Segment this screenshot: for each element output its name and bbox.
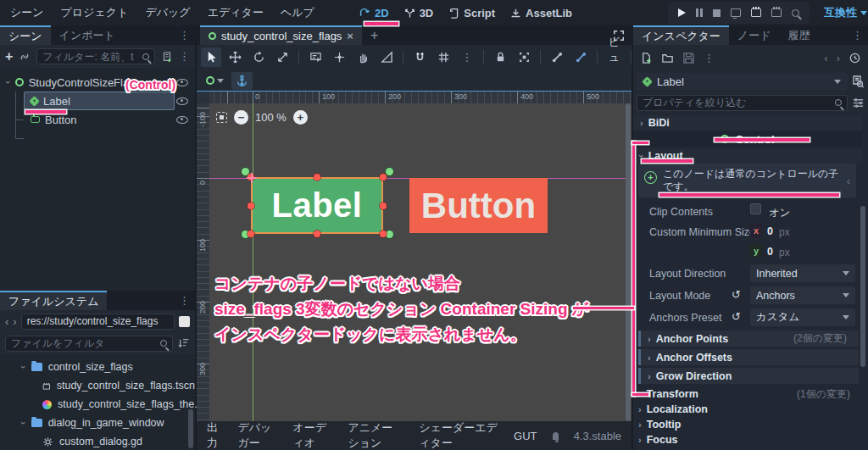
property-filter-input[interactable] <box>643 97 831 108</box>
collapse-hint-icon[interactable]: ‹ <box>847 175 850 187</box>
resize-handle[interactable] <box>248 203 254 209</box>
expand-chevron-icon[interactable]: › <box>19 365 29 369</box>
anchor-mode-button[interactable] <box>231 72 253 90</box>
workspace-3d-button[interactable]: 3D <box>404 7 434 19</box>
pivot-tool-button[interactable] <box>329 47 349 67</box>
folder-color-swatch[interactable] <box>179 316 190 327</box>
x-value-field[interactable]: 0 <box>767 225 773 237</box>
workspace-2d-button[interactable]: 2D <box>359 7 389 19</box>
attach-script-icon[interactable] <box>161 51 173 63</box>
bottom-tab-animation[interactable]: アニメーション <box>348 420 403 450</box>
resize-handle[interactable] <box>380 174 387 181</box>
load-resource-folder-icon[interactable] <box>661 52 674 64</box>
zoom-out-button[interactable]: − <box>234 110 248 125</box>
nav-forward-icon[interactable]: › <box>13 315 16 328</box>
fs-row-theme-file[interactable]: study_control_size_flags_the... <box>0 395 195 414</box>
open-docs-icon[interactable] <box>851 75 865 88</box>
expand-chevron-icon[interactable]: › <box>19 421 29 425</box>
select-tool-button[interactable] <box>201 47 221 67</box>
center-view-icon[interactable] <box>216 112 227 123</box>
filter-options-icon[interactable] <box>852 97 865 109</box>
layout-direction-dropdown[interactable]: Inherited <box>750 264 855 282</box>
skeleton-button[interactable] <box>547 47 567 67</box>
pivot-crosshair[interactable] <box>247 173 257 183</box>
move-tool-button[interactable] <box>225 47 245 67</box>
pause-button[interactable] <box>696 8 703 17</box>
renderer-selector[interactable]: 互換性 <box>824 0 867 25</box>
ruler-tool-button[interactable] <box>376 47 397 67</box>
new-scene-tab-button[interactable]: + <box>370 28 378 43</box>
section-bidi[interactable]: › BiDi <box>633 115 862 131</box>
edited-object-selector[interactable]: Label <box>637 73 848 91</box>
subsection-anchor-offsets[interactable]: › Anchor Offsets <box>638 349 859 365</box>
list-select-button[interactable] <box>305 47 326 67</box>
resize-handle[interactable] <box>380 231 387 237</box>
visibility-eye-icon[interactable] <box>176 116 188 124</box>
section-focus[interactable]: › Focus <box>633 432 862 447</box>
instance-scene-icon[interactable] <box>19 51 31 63</box>
lock-node-button[interactable] <box>490 47 510 67</box>
object-history-icon[interactable] <box>849 52 861 64</box>
add-node-button[interactable]: + <box>5 49 13 64</box>
tree-row-label[interactable]: Label <box>0 92 195 110</box>
section-transform[interactable]: › Transform (1個の変更) <box>633 386 862 402</box>
anchors-preset-dropdown[interactable]: カスタム <box>750 308 855 326</box>
inspector-scrollbar[interactable] <box>860 206 865 367</box>
scale-tool-button[interactable] <box>272 47 292 67</box>
rotate-tool-button[interactable] <box>248 47 269 67</box>
pan-tool-button[interactable] <box>353 47 373 67</box>
fs-row-script-file[interactable]: custom_dialog.gd <box>0 432 195 450</box>
tab-history[interactable]: 履歴 <box>779 25 818 45</box>
section-tooltip[interactable]: › Tooltip <box>633 417 862 432</box>
bottom-tab-audio[interactable]: オーディオ <box>292 420 332 450</box>
menu-help[interactable]: ヘルプ <box>281 5 314 20</box>
zoom-level-label[interactable]: 100 % <box>255 111 287 124</box>
smart-snap-button[interactable] <box>409 47 430 67</box>
resize-handle[interactable] <box>380 203 387 209</box>
snap-options-menu[interactable]: ⋮ <box>457 47 477 67</box>
subsection-anchor-points[interactable]: › Anchor Points (2個の変更) <box>638 331 859 347</box>
menu-editor[interactable]: エディター <box>208 5 264 20</box>
scene-tree-menu-icon[interactable]: ⋮ <box>179 50 190 63</box>
workspace-assetlib-button[interactable]: AssetLib <box>510 7 572 19</box>
movie-maker-icon[interactable] <box>792 9 799 17</box>
fs-row-folder[interactable]: › control_size_flags <box>0 358 195 376</box>
inspector-extra-menu[interactable]: ⋮ <box>704 52 715 64</box>
resize-handle[interactable] <box>314 174 320 181</box>
tab-node[interactable]: ノード <box>729 25 780 45</box>
scene-file-tab[interactable]: study_control_size_flags × <box>200 25 362 45</box>
layout-mode-dropdown[interactable]: Anchors <box>750 286 855 304</box>
grid-snap-button[interactable] <box>433 47 453 67</box>
filesystem-scrollbar[interactable] <box>188 409 193 448</box>
anchor-preset-dropdown[interactable] <box>202 72 228 90</box>
visibility-eye-icon[interactable] <box>176 97 188 105</box>
anchor-handle[interactable] <box>386 168 393 175</box>
menu-project[interactable]: プロジェクト <box>61 5 129 20</box>
2d-viewport-canvas[interactable]: − 100 % + Label Button コンテナの子ノードではない場合 s… <box>209 103 632 421</box>
menu-debug[interactable]: デバッグ <box>145 5 190 20</box>
file-filter-input[interactable] <box>11 337 156 349</box>
bottom-tab-output[interactable]: 出力 <box>207 420 222 450</box>
button-node-canvas[interactable]: Button <box>409 178 548 233</box>
visibility-eye-icon[interactable] <box>176 79 188 86</box>
subsection-grow-direction[interactable]: › Grow Direction <box>638 368 859 384</box>
save-icon[interactable] <box>682 52 695 64</box>
history-back-icon[interactable]: ‹ <box>824 52 827 64</box>
nav-back-icon[interactable]: ‹ <box>5 315 8 328</box>
bottom-tab-gut[interactable]: GUT <box>514 430 537 442</box>
zoom-in-button[interactable]: + <box>293 110 308 125</box>
fs-row-folder[interactable]: › dialog_in_game_window <box>0 414 195 432</box>
tab-scene[interactable]: シーン <box>0 25 51 45</box>
dock-menu-icon[interactable]: ⋮ <box>179 29 190 42</box>
tab-import[interactable]: インポート <box>51 25 124 45</box>
tab-filesystem[interactable]: ファイルシステム <box>0 291 107 310</box>
play-scene-button[interactable] <box>751 8 761 17</box>
menu-scene[interactable]: シーン <box>10 5 44 20</box>
notification-bell-icon[interactable] <box>553 432 559 440</box>
revert-icon[interactable]: ↺ <box>732 310 741 323</box>
skeleton-options-button[interactable] <box>570 47 591 67</box>
stop-button[interactable] <box>713 9 721 17</box>
revert-icon[interactable]: ↺ <box>732 288 741 301</box>
anchor-handle[interactable] <box>386 231 393 238</box>
new-resource-icon[interactable] <box>640 52 653 64</box>
